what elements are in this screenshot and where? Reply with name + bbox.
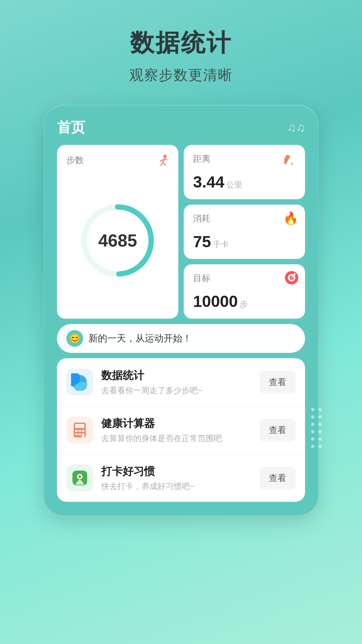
svg-rect-17	[75, 424, 84, 428]
goal-label: 目标	[193, 272, 296, 284]
health-calc-desc: 去算算你的身体是否在正常范围吧	[101, 433, 251, 444]
health-calc-btn[interactable]: 查看	[259, 419, 296, 441]
checkin-title: 打卡好习惯	[101, 464, 251, 479]
svg-point-1	[163, 155, 167, 158]
page-subtitle: 观察步数更清晰	[0, 66, 362, 85]
distance-unit: 公里	[226, 180, 242, 189]
features-list: 数据统计 去看看你一周走了多少步吧~ 查看	[57, 358, 305, 502]
svg-rect-20	[82, 430, 84, 432]
phone-frame: 首页 ♫♫ 步数	[44, 105, 318, 515]
feature-item-checkin[interactable]: 打卡好习惯 快去打卡，养成好习惯吧~ 查看	[57, 454, 305, 502]
pie-chart-icon	[71, 373, 88, 391]
svg-rect-19	[78, 430, 81, 432]
data-stats-icon-wrap	[66, 369, 93, 395]
feature-item-health-calc[interactable]: 健康计算器 去算算你的身体是否在正常范围吧 查看	[57, 406, 305, 454]
svg-rect-23	[82, 433, 84, 437]
checkin-desc: 快去打卡，养成好习惯吧~	[101, 481, 251, 492]
flame-icon: 🔥	[283, 211, 298, 225]
goal-unit: 步	[240, 300, 248, 309]
svg-rect-22	[78, 433, 81, 435]
checkin-text: 打卡好习惯 快去打卡，养成好习惯吧~	[101, 464, 251, 492]
svg-line-6	[164, 159, 167, 160]
stats-grid: 步数	[57, 145, 305, 319]
calories-value: 75千卡	[193, 232, 296, 251]
health-calc-icon-wrap	[66, 417, 93, 443]
feature-item-data-stats[interactable]: 数据统计 去看看你一周走了多少步吧~ 查看	[57, 358, 305, 406]
data-stats-text: 数据统计 去看看你一周走了多少步吧~	[101, 368, 251, 396]
calories-unit: 千卡	[213, 240, 229, 249]
health-calc-text: 健康计算器 去算算你的身体是否在正常范围吧	[101, 416, 251, 444]
data-stats-title: 数据统计	[101, 368, 251, 383]
steps-label: 步数	[66, 154, 84, 166]
health-calc-title: 健康计算器	[101, 416, 251, 431]
goal-card: 目标 10000步	[184, 264, 305, 319]
pencil-icon	[284, 153, 297, 166]
music-icon[interactable]: ♫♫	[287, 120, 305, 135]
svg-rect-9	[284, 154, 290, 164]
calculator-icon	[71, 421, 88, 439]
svg-line-3	[161, 162, 163, 166]
runner-icon	[156, 153, 170, 168]
svg-point-26	[78, 475, 81, 478]
phone-header: 首页 ♫♫	[57, 118, 305, 137]
goal-value: 10000步	[193, 292, 296, 311]
location-pin-icon	[71, 469, 88, 487]
svg-rect-21	[75, 433, 78, 435]
steps-value: 4685	[98, 230, 137, 251]
data-stats-desc: 去看看你一周走了多少步吧~	[101, 385, 251, 396]
distance-card: 距离 3.44公里	[184, 145, 305, 199]
distance-label: 距离	[193, 153, 296, 165]
distance-value: 3.44公里	[193, 173, 296, 191]
checkin-icon-wrap	[66, 465, 93, 491]
svg-line-4	[163, 162, 166, 165]
calories-card: 消耗 🔥 75千卡	[184, 205, 305, 259]
dots-decoration	[311, 408, 322, 448]
svg-rect-18	[75, 430, 78, 432]
page-title: 数据统计	[0, 27, 362, 59]
nav-title: 首页	[57, 118, 85, 137]
data-stats-btn[interactable]: 查看	[259, 371, 296, 393]
checkin-btn[interactable]: 查看	[259, 467, 296, 489]
circle-progress-container: 4685	[66, 171, 169, 309]
message-bar: 😊 新的一天，从运动开始！	[57, 324, 305, 353]
target-icon	[285, 271, 298, 284]
smiley-icon: 😊	[66, 330, 83, 347]
svg-marker-10	[291, 162, 293, 166]
calories-label: 消耗	[193, 213, 296, 224]
circle-progress: 4685	[77, 200, 158, 281]
steps-card: 步数	[57, 145, 178, 319]
message-text: 新的一天，从运动开始！	[88, 332, 192, 345]
